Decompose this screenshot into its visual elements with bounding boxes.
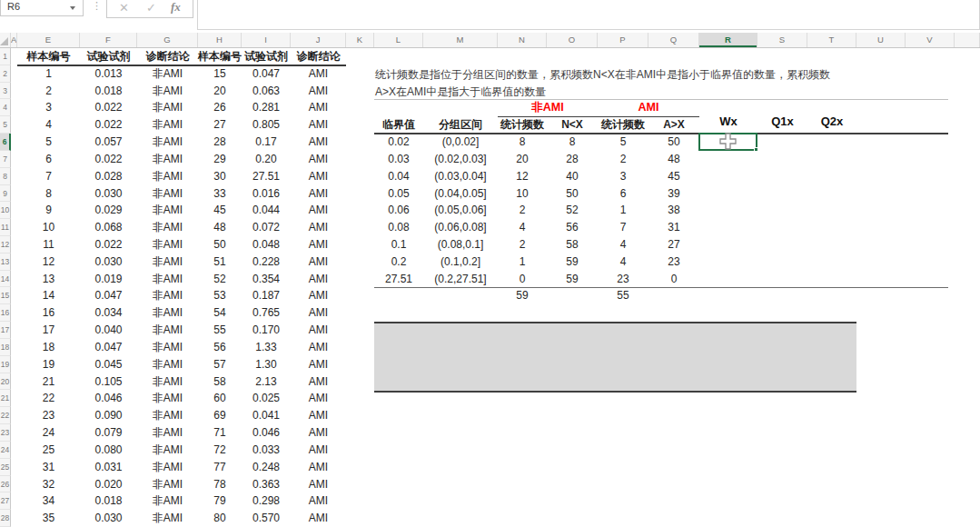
cell-Q14[interactable]: 0 [648, 271, 699, 288]
cell-E7[interactable]: 6 [17, 151, 80, 168]
cell-I20[interactable]: 2.13 [242, 373, 291, 391]
row-header-6[interactable]: 6 [0, 134, 11, 151]
cell-N14[interactable]: 0 [498, 271, 547, 288]
cell-J22[interactable]: AMI [291, 407, 346, 424]
cell-O7[interactable]: 28 [547, 151, 598, 168]
cell-J9[interactable]: AMI [291, 185, 346, 203]
cell-H16[interactable]: 54 [198, 304, 242, 322]
cell-G28[interactable]: 非AMI [137, 510, 198, 527]
cell-E8[interactable]: 7 [17, 168, 80, 185]
row-header-25[interactable]: 25 [0, 459, 11, 476]
row-header-10[interactable]: 10 [0, 202, 11, 219]
cell-Q13[interactable]: 23 [648, 254, 699, 271]
cell-I21[interactable]: 0.025 [242, 390, 291, 407]
cell-I4[interactable]: 0.281 [242, 99, 291, 116]
cell-P11[interactable]: 7 [598, 219, 648, 236]
cell-J19[interactable]: AMI [291, 356, 346, 373]
cancel-icon[interactable]: ✕ [119, 1, 129, 15]
cell-F18[interactable]: 0.047 [80, 339, 137, 356]
cell-F7[interactable]: 0.022 [80, 151, 137, 168]
cell-H4[interactable]: 26 [198, 99, 242, 116]
row-header-19[interactable]: 19 [0, 356, 11, 373]
cell-H8[interactable]: 30 [198, 168, 242, 185]
cell-F16[interactable]: 0.034 [80, 304, 137, 322]
cell-P13[interactable]: 4 [598, 254, 648, 271]
cell-I8[interactable]: 27.51 [242, 168, 291, 185]
cell-F9[interactable]: 0.030 [80, 185, 137, 203]
cell-E21[interactable]: 22 [17, 390, 80, 407]
row-header-15[interactable]: 15 [0, 287, 11, 304]
row-header-13[interactable]: 13 [0, 254, 11, 271]
fill-handle[interactable] [754, 147, 758, 152]
cell-F17[interactable]: 0.040 [80, 322, 137, 339]
cell-F14[interactable]: 0.019 [80, 271, 137, 288]
cell-E5[interactable]: 4 [17, 116, 80, 134]
cell-L9[interactable]: 0.05 [374, 185, 423, 203]
cell-J28[interactable]: AMI [291, 510, 346, 527]
cell-M12[interactable]: (0.08,0.1] [423, 236, 498, 254]
cell-O8[interactable]: 40 [547, 168, 598, 185]
cell-M7[interactable]: (0.02,0.03] [423, 151, 498, 168]
cell-H19[interactable]: 57 [198, 356, 242, 373]
cell-G19[interactable]: 非AMI [137, 356, 198, 373]
cell-M6[interactable]: (0,0.02] [423, 134, 498, 151]
cell-G21[interactable]: 非AMI [137, 390, 198, 407]
cell-N8[interactable]: 12 [498, 168, 547, 185]
cell-E19[interactable]: 19 [17, 356, 80, 373]
cell-E6[interactable]: 5 [17, 134, 80, 151]
cell-H3[interactable]: 20 [198, 83, 242, 100]
cell-G14[interactable]: 非AMI [137, 271, 198, 288]
cell-I10[interactable]: 0.044 [242, 202, 291, 219]
cell-H12[interactable]: 50 [198, 236, 242, 254]
cell-G10[interactable]: 非AMI [137, 202, 198, 219]
cell-L10[interactable]: 0.06 [374, 202, 423, 219]
cell-H1[interactable]: 样本编号 [198, 48, 242, 65]
cell-H23[interactable]: 71 [198, 424, 242, 442]
row-header-5[interactable]: 5 [0, 116, 11, 134]
cell-I14[interactable]: 0.354 [242, 271, 291, 288]
cell-J14[interactable]: AMI [291, 271, 346, 288]
cell-J23[interactable]: AMI [291, 424, 346, 442]
column-header-R[interactable]: R [699, 33, 757, 47]
cell-J21[interactable]: AMI [291, 390, 346, 407]
cell-F2[interactable]: 0.013 [80, 65, 137, 83]
cell-P12[interactable]: 4 [598, 236, 648, 254]
cell-J8[interactable]: AMI [291, 168, 346, 185]
column-header-K[interactable]: K [346, 33, 374, 47]
cell-E13[interactable]: 12 [17, 254, 80, 271]
cell-M13[interactable]: (0.1,0.2] [423, 254, 498, 271]
column-header-A[interactable]: A [11, 33, 17, 47]
cell-F21[interactable]: 0.046 [80, 390, 137, 407]
column-header-I[interactable]: I [242, 33, 291, 47]
cell-H5[interactable]: 27 [198, 116, 242, 134]
cell-G18[interactable]: 非AMI [137, 339, 198, 356]
cell-E4[interactable]: 3 [17, 99, 80, 116]
cell-N10[interactable]: 2 [498, 202, 547, 219]
cell-I13[interactable]: 0.228 [242, 254, 291, 271]
cell-E27[interactable]: 34 [17, 492, 80, 510]
row-header-8[interactable]: 8 [0, 168, 11, 185]
cell-F3[interactable]: 0.018 [80, 83, 137, 100]
cell-N6[interactable]: 8 [498, 134, 547, 151]
cell-I27[interactable]: 0.298 [242, 492, 291, 510]
cell-E18[interactable]: 18 [17, 339, 80, 356]
cell-E23[interactable]: 24 [17, 424, 80, 442]
cell-H14[interactable]: 52 [198, 271, 242, 288]
cell-H28[interactable]: 80 [198, 510, 242, 527]
cell-L13[interactable]: 0.2 [374, 254, 423, 271]
row-header-17[interactable]: 17 [0, 322, 11, 339]
row-header-4[interactable]: 4 [0, 99, 11, 116]
cell-I3[interactable]: 0.063 [242, 83, 291, 100]
cell-I24[interactable]: 0.033 [242, 442, 291, 459]
cell-O11[interactable]: 56 [547, 219, 598, 236]
cell-H21[interactable]: 60 [198, 390, 242, 407]
cell-L7[interactable]: 0.03 [374, 151, 423, 168]
cell-P8[interactable]: 3 [598, 168, 648, 185]
cell-E25[interactable]: 31 [17, 459, 80, 476]
row-header-16[interactable]: 16 [0, 304, 11, 322]
column-header-T[interactable]: T [807, 33, 856, 47]
cell-F6[interactable]: 0.057 [80, 134, 137, 151]
row-header-26[interactable]: 26 [0, 476, 11, 493]
cell-J6[interactable]: AMI [291, 134, 346, 151]
cell-M10[interactable]: (0.05,0.06] [423, 202, 498, 219]
